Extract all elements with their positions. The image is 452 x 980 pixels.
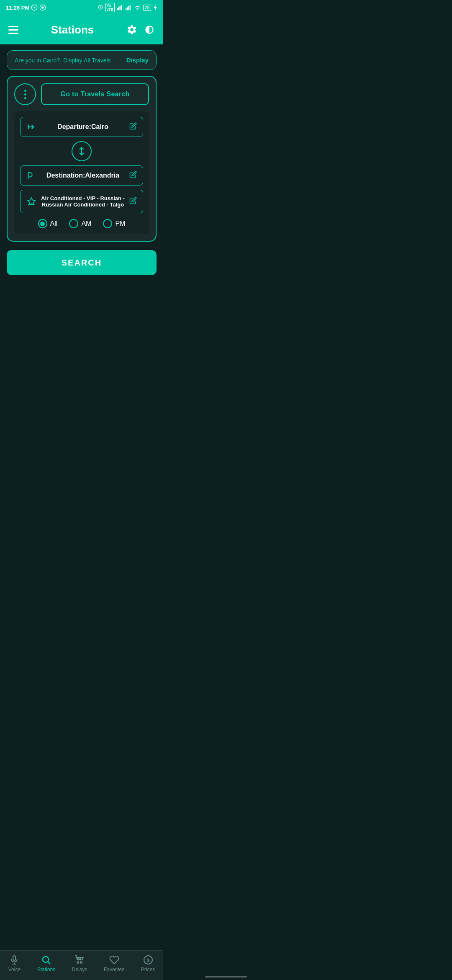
signal2-icon — [126, 5, 132, 10]
lte-badge: YoLTE — [105, 3, 115, 12]
radio-all-inner — [40, 222, 45, 226]
alarm-icon — [98, 5, 103, 10]
destination-field[interactable]: Destination:Alexandria — [20, 165, 143, 186]
radio-am-label: AM — [81, 220, 91, 227]
battery-indicator: 28 — [143, 5, 151, 11]
theme-icon — [144, 24, 155, 35]
train-type-text: Air Conditioned - VIP - Russian - Russia… — [41, 195, 125, 208]
options-button[interactable] — [14, 83, 36, 105]
departure-icon — [26, 122, 36, 132]
card-top-row: Go to Travels Search — [14, 83, 149, 105]
svg-rect-8 — [126, 8, 126, 10]
cast-icon — [39, 4, 46, 11]
radio-am-circle — [69, 219, 78, 228]
svg-rect-6 — [119, 6, 120, 10]
svg-rect-11 — [129, 5, 130, 10]
svg-rect-5 — [118, 7, 119, 10]
svg-marker-1 — [34, 6, 36, 8]
radio-pm-label: PM — [115, 220, 125, 227]
radio-pm-circle — [103, 219, 112, 228]
swap-arrows-icon — [77, 146, 87, 156]
radio-am[interactable]: AM — [69, 219, 91, 228]
display-button[interactable]: Display — [126, 57, 149, 64]
destination-flag-icon — [26, 171, 36, 180]
page-title: Stations — [51, 23, 94, 36]
radio-all-label: All — [50, 220, 58, 227]
theme-button[interactable] — [144, 24, 155, 35]
svg-rect-7 — [121, 5, 121, 10]
status-time: 11:26 PM — [6, 4, 46, 11]
destination-edit-icon[interactable] — [129, 171, 137, 180]
star-icon — [26, 197, 36, 206]
departure-field[interactable]: Departure:Cairo — [20, 117, 143, 137]
header-actions — [126, 24, 155, 35]
signal1-icon — [117, 5, 123, 10]
goto-travels-search-button[interactable]: Go to Travels Search — [41, 83, 149, 105]
swap-button[interactable] — [72, 141, 92, 161]
wifi-icon — [134, 5, 141, 10]
train-type-field[interactable]: Air Conditioned - VIP - Russian - Russia… — [20, 190, 143, 213]
search-card: Go to Travels Search Departure:Cairo — [7, 76, 157, 242]
settings-icon — [126, 24, 137, 35]
menu-button[interactable] — [8, 26, 18, 34]
svg-rect-9 — [127, 7, 128, 10]
settings-button[interactable] — [126, 24, 137, 35]
svg-rect-10 — [128, 6, 129, 10]
search-button[interactable]: SEARCH — [7, 250, 157, 275]
location-banner: Are you in Cairo?, Display All Travels D… — [7, 50, 157, 70]
departure-edit-icon[interactable] — [129, 122, 137, 132]
time-filter-group: All AM PM — [20, 219, 143, 228]
status-bar: 11:26 PM YoLTE 28 — [0, 0, 163, 15]
status-icons-group: YoLTE 28 — [98, 3, 157, 12]
banner-text: Are you in Cairo?, Display All Travels — [15, 57, 111, 64]
radio-all-circle — [38, 219, 47, 228]
destination-text: Destination:Alexandria — [41, 172, 125, 179]
train-type-edit-icon[interactable] — [129, 197, 137, 206]
svg-rect-4 — [117, 8, 118, 10]
charging-icon — [153, 5, 157, 10]
radio-all[interactable]: All — [38, 219, 58, 228]
options-dots-icon — [24, 90, 26, 99]
departure-text: Departure:Cairo — [41, 123, 125, 131]
swap-container — [20, 141, 143, 161]
svg-point-3 — [42, 6, 44, 8]
header: Stations — [0, 15, 163, 44]
svg-marker-12 — [154, 5, 157, 10]
search-fields-panel: Departure:Cairo — [14, 111, 149, 234]
svg-marker-16 — [28, 198, 35, 205]
radio-pm[interactable]: PM — [103, 219, 125, 228]
media-icon — [31, 4, 38, 11]
